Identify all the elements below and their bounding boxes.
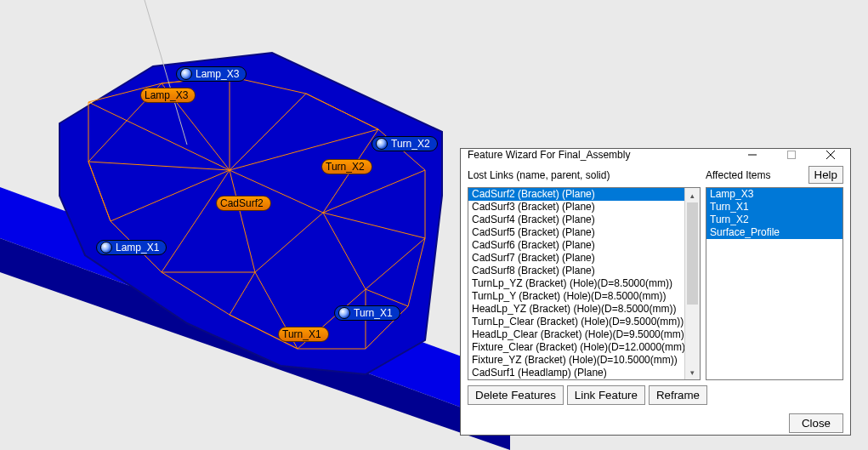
feature-wizard-dialog: Feature Wizard For Final_Assembly Lost L… (460, 148, 851, 436)
list-item[interactable]: Lamp_X3 (706, 188, 842, 201)
scroll-thumb[interactable] (687, 202, 698, 305)
feature-tag-lamp-x3[interactable]: Lamp_X3 (176, 66, 247, 82)
feature-tag-label: Lamp_X1 (116, 242, 159, 253)
list-item[interactable]: TurnLp_Y (Bracket) (Hole)(D=8.5000(mm)) (468, 290, 684, 303)
feature-tag-label: Turn_X1 (282, 328, 321, 340)
target-icon (100, 242, 112, 253)
delete-features-button[interactable]: Delete Features (468, 385, 564, 405)
list-item[interactable]: Fixture_YZ (Bracket) (Hole)(D=10.5000(mm… (468, 354, 684, 367)
target-icon (180, 68, 192, 80)
link-feature-button[interactable]: Link Feature (567, 385, 645, 405)
target-icon (376, 138, 388, 150)
lost-links-listbox[interactable]: CadSurf2 (Bracket) (Plane)CadSurf3 (Brac… (468, 187, 701, 380)
dialog-title: Feature Wizard For Final_Assembly (468, 149, 733, 161)
bracket-body (60, 53, 442, 374)
feature-tag-lamp-x3b[interactable]: Lamp_X3 (140, 88, 196, 103)
feature-tag-label: Turn_X2 (326, 161, 365, 173)
list-item[interactable]: CadSurf5 (Bracket) (Plane) (468, 226, 684, 239)
list-item[interactable]: TurnLp_Clear (Bracket) (Hole)(D=9.5000(m… (468, 316, 684, 328)
list-item[interactable]: CadSurf6 (Bracket) (Plane) (468, 239, 684, 252)
affected-items-listbox[interactable]: Lamp_X3Turn_X1Turn_X2Surface_Profile (706, 187, 843, 380)
list-item[interactable]: CadSurf8 (Bracket) (Plane) (468, 265, 684, 277)
close-window-button[interactable] (811, 149, 850, 161)
feature-tag-cadsurf2[interactable]: CadSurf2 (216, 196, 271, 211)
help-button[interactable]: Help (808, 166, 843, 184)
feature-tag-label: CadSurf2 (220, 197, 264, 209)
feature-tag-turn-x2b[interactable]: Turn_X2 (321, 159, 372, 174)
feature-tag-label: Turn_X2 (391, 138, 430, 150)
svg-rect-32 (788, 151, 796, 159)
list-item[interactable]: Surface_Profile (706, 226, 842, 239)
reframe-button[interactable]: Reframe (649, 385, 707, 405)
titlebar[interactable]: Feature Wizard For Final_Assembly (461, 149, 850, 161)
feature-tag-turn-x1[interactable]: Turn_X1 (334, 305, 400, 321)
list-item[interactable]: TurnLp_YZ (Bracket) (Hole)(D=8.5000(mm)) (468, 277, 684, 290)
feature-tag-lamp-x1[interactable]: Lamp_X1 (96, 240, 167, 255)
list-item[interactable]: HeadLp_YZ (Bracket) (Hole)(D=8.5000(mm)) (468, 303, 684, 316)
svg-line-34 (826, 151, 835, 159)
list-item[interactable]: Turn_X2 (706, 214, 842, 226)
list-item[interactable]: Fixture_Clear (Bracket) (Hole)(D=12.0000… (468, 341, 684, 354)
list-item[interactable]: CadSurf2 (Bracket) (Plane) (468, 188, 684, 201)
feature-tag-turn-x2[interactable]: Turn_X2 (372, 136, 438, 151)
feature-tag-label: Lamp_X3 (196, 68, 239, 80)
close-button[interactable]: Close (789, 413, 843, 433)
scrollbar[interactable]: ▴ ▾ (684, 188, 700, 379)
svg-line-33 (826, 151, 835, 159)
list-item[interactable]: Turn_X1 (706, 201, 842, 214)
feature-tag-label: Lamp_X3 (145, 89, 188, 101)
list-item[interactable]: CadSurf1 (Headlamp) (Plane) (468, 367, 684, 379)
affected-items-label: Affected Items (706, 169, 808, 181)
feature-tag-label: Turn_X1 (354, 307, 393, 319)
feature-tag-turn-x1b[interactable]: Turn_X1 (278, 327, 329, 342)
list-item[interactable]: CadSurf3 (Bracket) (Plane) (468, 201, 684, 214)
list-item[interactable]: CadSurf4 (Bracket) (Plane) (468, 214, 684, 226)
scroll-down-button[interactable]: ▾ (685, 365, 700, 379)
minimize-button[interactable] (733, 149, 772, 161)
maximize-button[interactable] (772, 149, 811, 161)
lost-links-label: Lost Links (name, parent, solid) (468, 169, 706, 181)
list-item[interactable]: CadSurf7 (Bracket) (Plane) (468, 252, 684, 265)
scroll-up-button[interactable]: ▴ (685, 188, 700, 202)
target-icon (338, 307, 350, 319)
list-item[interactable]: HeadLp_Clear (Bracket) (Hole)(D=9.5000(m… (468, 328, 684, 341)
